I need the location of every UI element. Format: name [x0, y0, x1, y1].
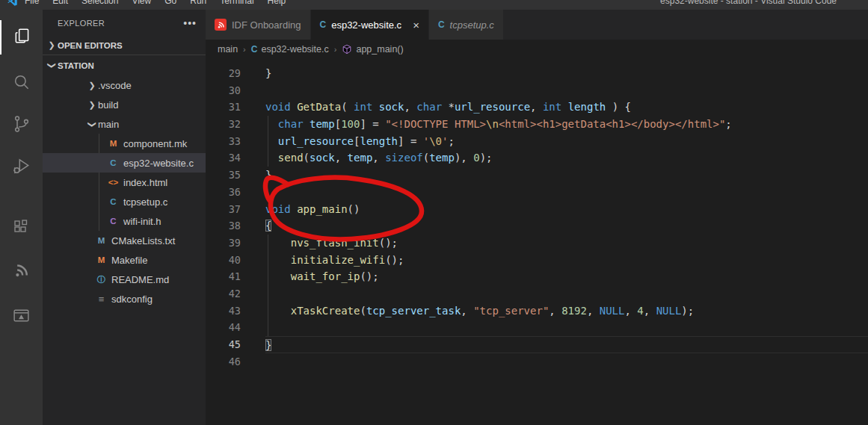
- menubar: FileEditSelectionViewGoRunTerminalHelp e…: [0, 0, 868, 10]
- line-number: 37: [206, 201, 265, 218]
- line-number: 29: [206, 65, 265, 82]
- menu-file[interactable]: File: [18, 0, 46, 6]
- tree-item-label: README.md: [111, 274, 169, 285]
- line-number: 38: [206, 217, 265, 235]
- files-icon: [13, 26, 32, 49]
- file-index.html[interactable]: <>index.html: [43, 173, 206, 192]
- tree-item-label: esp32-website.c: [123, 158, 194, 169]
- tab-bar: IDF OnboardingCesp32-website.c×Ctcpsetup…: [206, 10, 868, 40]
- file-CMakeLists.txt[interactable]: MCMakeLists.txt: [43, 231, 206, 250]
- file-wifi-init.h[interactable]: Cwifi-init.h: [43, 211, 206, 231]
- line-number: 44: [206, 319, 265, 336]
- menu-view[interactable]: View: [125, 0, 158, 6]
- explorer-sidebar: EXPLORER ••• ❯OPEN EDITORS❯STATION❯.vsco…: [43, 10, 206, 425]
- file-type-icon: C: [107, 158, 120, 167]
- file-type-icon: M: [95, 255, 108, 264]
- chevron-right-icon: ❯: [46, 40, 58, 50]
- breadcrumb: main›Cesp32-website.c›app_main(): [206, 40, 868, 59]
- code-line-37: 37void app_main(): [206, 201, 868, 218]
- code-editor[interactable]: 29}3031void GetData( int sock, char *url…: [206, 59, 868, 425]
- search-icon: [12, 72, 31, 95]
- line-number: 36: [206, 184, 265, 201]
- espressif-icon: [215, 19, 227, 31]
- activity-bar: [0, 10, 43, 425]
- breadcrumb-separator: ›: [333, 45, 339, 54]
- chevron-down-icon: ❯: [87, 118, 97, 130]
- code-line-31: 31void GetData( int sock, char *url_reso…: [206, 99, 868, 116]
- tree-item-label: wifi-init.h: [123, 216, 161, 227]
- menu-edit[interactable]: Edit: [46, 0, 75, 6]
- code-line-43: 43 xTaskCreate(tcp_server_task, "tcp_ser…: [206, 303, 868, 320]
- line-number: 43: [206, 303, 265, 320]
- activitybar-esp-idf-button[interactable]: [0, 255, 43, 289]
- menu-help[interactable]: Help: [261, 0, 293, 6]
- sidebar-title: EXPLORER: [58, 19, 183, 28]
- code-line-45: 45}: [206, 336, 868, 353]
- activitybar-search-button[interactable]: [0, 66, 43, 101]
- file-Makefile[interactable]: MMakefile: [43, 250, 206, 270]
- tab-tcpsetup.c[interactable]: Ctcpsetup.c: [429, 10, 504, 40]
- breadcrumb-item-appmain[interactable]: app_main(): [342, 44, 403, 55]
- activitybar-explorer-button[interactable]: [0, 20, 43, 55]
- code-line-29: 29}: [206, 65, 868, 82]
- line-number: 35: [206, 167, 265, 184]
- line-number: 45: [206, 336, 265, 353]
- breadcrumb-item-esp32website.c[interactable]: Cesp32-website.c: [251, 44, 329, 55]
- activitybar-run-debug-button[interactable]: [0, 150, 43, 184]
- line-number: 34: [206, 149, 265, 167]
- line-number: 46: [206, 353, 265, 370]
- tab-esp32-website.c[interactable]: Cesp32-website.c×: [311, 10, 429, 40]
- tab-label: tcpsetup.c: [450, 19, 494, 31]
- espressif-icon: [11, 260, 32, 284]
- breadcrumb-item-main[interactable]: main: [218, 44, 238, 55]
- file-type-icon: M: [107, 139, 120, 148]
- section-station[interactable]: ❯STATION: [43, 55, 206, 75]
- menu-terminal[interactable]: Terminal: [213, 0, 260, 6]
- activitybar-source-control-button[interactable]: [0, 108, 43, 143]
- code-line-36: 36: [206, 184, 868, 201]
- activitybar-extensions-button[interactable]: [0, 213, 43, 247]
- close-icon[interactable]: ×: [413, 19, 419, 31]
- file-type-icon: C: [107, 217, 120, 226]
- activitybar-device-monitor-button[interactable]: [0, 300, 43, 334]
- folder-.vscode[interactable]: ❯.vscode: [43, 75, 206, 95]
- file-README.md[interactable]: ⓘREADME.md: [43, 270, 206, 289]
- tree-item-label: sdkconfig: [111, 294, 153, 305]
- line-number: 32: [206, 116, 265, 133]
- menu-go[interactable]: Go: [158, 0, 183, 6]
- tree-item-label: main: [98, 119, 119, 130]
- line-number: 41: [206, 268, 265, 285]
- editor-group: IDF OnboardingCesp32-website.c×Ctcpsetup…: [206, 10, 868, 425]
- vscode-logo-icon: [7, 0, 18, 7]
- folder-main[interactable]: ❯main: [43, 114, 206, 134]
- tab-label: IDF Onboarding: [232, 19, 301, 31]
- code-line-46: 46: [206, 353, 868, 370]
- code-line-34: 34 send(sock, temp, sizeof(temp), 0);: [206, 149, 868, 167]
- folder-build[interactable]: ❯build: [43, 95, 206, 114]
- source-control-icon: [12, 114, 31, 137]
- code-line-44: 44: [206, 319, 868, 336]
- tree-item-label: component.mk: [123, 138, 187, 149]
- symbol-method-icon: [342, 44, 352, 55]
- file-sdkconfig[interactable]: ≡sdkconfig: [43, 289, 206, 308]
- menu-selection[interactable]: Selection: [75, 0, 125, 6]
- extensions-icon: [13, 220, 31, 241]
- sidebar-header: EXPLORER •••: [43, 10, 206, 36]
- window-title: esp32-website - station - Visual Studio …: [660, 0, 837, 10]
- monitor-icon: [12, 306, 31, 328]
- tree-item-label: index.html: [123, 177, 167, 188]
- section-label: OPEN EDITORS: [58, 41, 123, 50]
- tree-item-label: tcpsetup.c: [123, 196, 167, 208]
- file-esp32-website.c[interactable]: Cesp32-website.c: [43, 153, 206, 173]
- file-tcpsetup.c[interactable]: Ctcpsetup.c: [43, 192, 206, 211]
- menu-run[interactable]: Run: [183, 0, 213, 6]
- section-open-editors[interactable]: ❯OPEN EDITORS: [43, 36, 206, 55]
- code-line-30: 30: [206, 82, 868, 99]
- tab-label: esp32-website.c: [331, 19, 401, 31]
- file-component.mk[interactable]: Mcomponent.mk: [43, 134, 206, 153]
- tab-idf-onboarding[interactable]: IDF Onboarding: [206, 10, 311, 40]
- code-line-32: 32 char temp[100] = "<!DOCTYPE HTML>\n<h…: [206, 116, 868, 133]
- code-line-33: 33 url_resource[length] = '\0';: [206, 133, 868, 150]
- file-type-icon: M: [95, 236, 108, 245]
- more-actions-icon[interactable]: •••: [183, 17, 197, 29]
